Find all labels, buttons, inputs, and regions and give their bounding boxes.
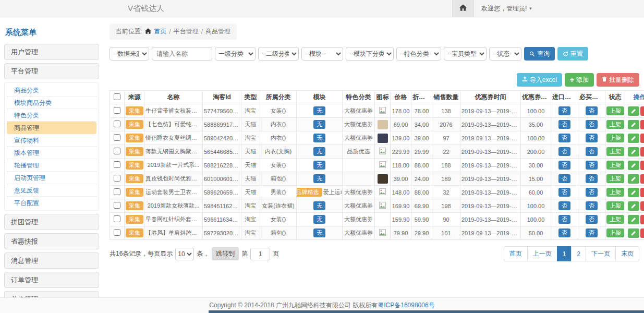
must-buy-toggle[interactable]: 否	[586, 174, 598, 183]
import-excel-button[interactable]: 导入excel	[517, 73, 562, 87]
icp-link[interactable]: 粤ICP备16098006号	[378, 301, 434, 310]
module-subcategory-select[interactable]: --模块下分类--	[346, 47, 394, 61]
submenu-item[interactable]: 轮播管理	[7, 159, 96, 172]
must-buy-toggle[interactable]: 否	[586, 147, 598, 156]
import-choice-toggle[interactable]: 否	[558, 188, 570, 197]
submenu-item[interactable]: 平台配置	[7, 197, 96, 209]
row-checkbox[interactable]	[114, 215, 120, 222]
row-checkbox[interactable]	[114, 121, 120, 127]
submenu-item[interactable]: 商品管理	[7, 122, 96, 134]
row-checkbox[interactable]	[114, 229, 120, 236]
edit-button[interactable]	[628, 228, 639, 238]
import-choice-toggle[interactable]: 否	[558, 120, 570, 129]
user-menu[interactable]: 欢迎您，管理员! ▾	[474, 4, 539, 13]
home-button[interactable]	[452, 0, 474, 17]
breadcrumb-home-link[interactable]: 首页	[154, 27, 166, 36]
sidebar-group-after-0[interactable]: 拼团管理	[4, 214, 99, 230]
must-buy-toggle[interactable]: 否	[586, 106, 598, 115]
level2-category-select[interactable]: --二级分类--	[258, 47, 299, 61]
edit-button[interactable]	[628, 147, 639, 156]
pager-button[interactable]: 末页	[615, 246, 639, 261]
delete-button[interactable]	[640, 228, 644, 238]
edit-button[interactable]	[628, 174, 639, 184]
delete-button[interactable]	[640, 120, 644, 129]
status-badge[interactable]: 上架	[606, 147, 624, 156]
must-buy-toggle[interactable]: 否	[586, 134, 598, 142]
edit-button[interactable]	[628, 201, 639, 211]
page-number-input[interactable]	[250, 248, 270, 260]
pager-button[interactable]: 下一页	[586, 246, 616, 261]
import-choice-toggle[interactable]: 否	[558, 201, 570, 210]
status-badge[interactable]: 上架	[606, 174, 624, 183]
sidebar-group-after-1[interactable]: 省惠快报	[4, 233, 99, 249]
row-checkbox[interactable]	[114, 202, 120, 209]
status-badge[interactable]: 上架	[606, 120, 624, 129]
must-buy-toggle[interactable]: 否	[586, 188, 598, 197]
name-input[interactable]	[152, 47, 212, 61]
delete-button[interactable]	[640, 147, 644, 156]
row-checkbox[interactable]	[114, 188, 120, 195]
delete-button[interactable]	[640, 174, 644, 184]
edit-button[interactable]	[628, 161, 639, 170]
select-all-checkbox[interactable]	[114, 93, 120, 100]
import-choice-toggle[interactable]: 否	[558, 215, 570, 224]
edit-button[interactable]	[628, 215, 639, 224]
edit-button[interactable]	[628, 120, 639, 129]
sidebar-group-0[interactable]: 用户管理	[4, 44, 99, 60]
status-select[interactable]: --状态--	[489, 47, 521, 61]
delete-button[interactable]	[640, 215, 644, 224]
module-select[interactable]: --模块--	[301, 47, 343, 61]
import-choice-toggle[interactable]: 否	[558, 161, 570, 170]
search-button[interactable]: 查询	[524, 47, 555, 61]
submenu-item[interactable]: 模块商品分类	[7, 97, 96, 109]
status-badge[interactable]: 上架	[606, 161, 624, 170]
submenu-item[interactable]: 特色分类	[7, 109, 96, 122]
import-choice-toggle[interactable]: 否	[558, 174, 570, 183]
delete-button[interactable]	[640, 161, 644, 170]
delete-button[interactable]	[640, 188, 644, 197]
row-checkbox[interactable]	[114, 107, 120, 114]
must-buy-toggle[interactable]: 否	[586, 120, 598, 129]
submenu-item[interactable]: 版本管理	[7, 147, 96, 159]
status-badge[interactable]: 上架	[606, 228, 624, 237]
per-page-select[interactable]: 10	[175, 248, 194, 260]
pager-button[interactable]: 2	[571, 246, 586, 261]
horizontal-scrollbar[interactable]	[209, 310, 644, 313]
pager-button[interactable]: 1	[557, 246, 572, 261]
row-checkbox[interactable]	[114, 161, 120, 168]
pager-button[interactable]: 首页	[504, 246, 528, 261]
import-choice-toggle[interactable]: 否	[558, 134, 570, 142]
sidebar-group-after-2[interactable]: 消息管理	[4, 252, 99, 269]
submenu-item[interactable]: 启动页管理	[7, 172, 96, 184]
item-type-select[interactable]: --宝贝类型--	[444, 47, 487, 61]
edit-button[interactable]	[628, 134, 639, 143]
sidebar-group-after-3[interactable]: 订单管理	[4, 272, 99, 288]
must-buy-toggle[interactable]: 否	[586, 228, 598, 237]
data-source-select[interactable]: --数据来源--	[110, 47, 149, 61]
import-choice-toggle[interactable]: 否	[558, 147, 570, 156]
delete-button[interactable]	[640, 201, 644, 211]
delete-button[interactable]	[640, 106, 644, 116]
status-badge[interactable]: 上架	[606, 106, 624, 115]
status-badge[interactable]: 上架	[606, 201, 624, 210]
row-checkbox[interactable]	[114, 148, 120, 154]
level1-category-select[interactable]: 一级分类	[215, 47, 256, 61]
submenu-item[interactable]: 宣传物料	[7, 134, 96, 147]
edit-button[interactable]	[628, 106, 639, 116]
submenu-item[interactable]: 商品分类	[7, 84, 96, 97]
edit-button[interactable]	[628, 188, 639, 197]
sidebar-group-after-4[interactable]: 兑换管理	[4, 291, 99, 297]
reset-button[interactable]: 重置	[557, 47, 588, 61]
feature-category-select[interactable]: --特色分类--	[396, 47, 441, 61]
delete-button[interactable]	[640, 134, 644, 143]
status-badge[interactable]: 上架	[606, 188, 624, 197]
import-choice-toggle[interactable]: 否	[558, 228, 570, 237]
status-badge[interactable]: 上架	[606, 215, 624, 224]
submenu-item[interactable]: 意见反馈	[7, 184, 96, 197]
row-checkbox[interactable]	[114, 175, 120, 182]
row-checkbox[interactable]	[114, 134, 120, 141]
batch-delete-button[interactable]: 批量删除	[597, 73, 639, 87]
must-buy-toggle[interactable]: 否	[586, 161, 598, 170]
pager-button[interactable]: 上一页	[527, 246, 557, 261]
add-button[interactable]: + 添加	[565, 73, 594, 87]
